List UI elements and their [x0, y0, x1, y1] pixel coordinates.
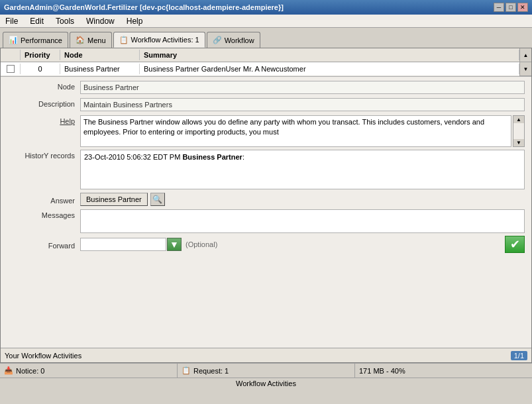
row-priority: 0: [21, 64, 60, 74]
notice-text: Notice: 0: [16, 367, 44, 375]
tab-menu-label: Menu: [87, 36, 106, 44]
history-date: 23-Oct-2010 5:06:32 EDT PM: [84, 153, 180, 161]
tab-performance-label: Performance: [21, 36, 62, 44]
bottom-label: Workflow Activities: [0, 378, 532, 391]
history-label: HistorY records: [7, 150, 80, 160]
help-scroll-up[interactable]: ▲: [513, 116, 524, 123]
table-scrollbar: ▲ ▼: [519, 48, 531, 76]
performance-icon: 📊: [9, 36, 18, 44]
tab-workflow-activities[interactable]: 📋 Workflow Activities: 1: [113, 32, 205, 48]
messages-label: Messages: [7, 209, 80, 219]
window-controls: ─ □ ✕: [494, 3, 528, 12]
history-node: Business Partner: [182, 153, 242, 161]
status-request: 📋 Request: 1: [178, 364, 355, 378]
status-notice: 📥 Notice: 0: [0, 364, 178, 378]
tab-performance[interactable]: 📊 Performance: [3, 32, 68, 48]
confirm-button[interactable]: ✔: [505, 236, 525, 253]
messages-area[interactable]: [80, 209, 525, 233]
window-title: GardenAdmin@GardenWorld.Fertilizer [dev-…: [4, 3, 284, 11]
title-bar: GardenAdmin@GardenWorld.Fertilizer [dev-…: [0, 0, 532, 15]
help-area: The Business Partner window allows you d…: [80, 115, 511, 147]
workflow-status-text: Your Workflow Activities: [5, 352, 81, 360]
status-memory: 171 MB - 40%: [355, 364, 532, 378]
answer-row: Answer Business Partner 🔍: [7, 192, 525, 207]
tab-workflow[interactable]: 🔗 Workflow: [207, 32, 260, 48]
row-node: Business Partner: [60, 64, 140, 74]
minimize-button[interactable]: ─: [494, 3, 504, 12]
history-row: HistorY records 23-Oct-2010 5:06:32 EDT …: [7, 150, 525, 189]
maximize-button[interactable]: □: [505, 3, 516, 12]
th-node: Node: [60, 50, 140, 60]
row-summary: Business Partner GardenUser Mr. A Newcus…: [140, 64, 519, 74]
menu-bar: File Edit Tools Window Help: [0, 15, 532, 28]
history-area: 23-Oct-2010 5:06:32 EDT PM Business Part…: [80, 150, 525, 189]
menu-tools[interactable]: Tools: [53, 16, 77, 26]
row-checkbox-cell: [1, 64, 21, 74]
bottom-status-bar: 📥 Notice: 0 📋 Request: 1 171 MB - 40%: [0, 363, 532, 378]
node-row: Node: [7, 81, 525, 95]
close-button[interactable]: ✕: [517, 3, 528, 12]
page-indicator: 1/1: [511, 351, 527, 360]
magnify-button[interactable]: 🔍: [150, 193, 165, 206]
optional-label: (Optional): [186, 240, 217, 248]
workflow-activities-icon: 📋: [119, 36, 129, 44]
menu-window[interactable]: Window: [83, 16, 117, 26]
messages-row: Messages: [7, 209, 525, 233]
notice-icon: 📥: [4, 366, 13, 375]
help-label: Help: [7, 115, 80, 125]
help-scroll-down[interactable]: ▼: [513, 139, 524, 146]
menu-help[interactable]: Help: [124, 16, 146, 26]
workflow-status-bar: Your Workflow Activities 1/1: [1, 348, 531, 362]
forward-dropdown-button[interactable]: ▼: [167, 238, 182, 251]
menu-file[interactable]: File: [3, 16, 21, 26]
th-check: [1, 50, 21, 60]
row-checkbox[interactable]: [7, 65, 15, 73]
form-section: Node Description Help The Business Partn…: [1, 77, 531, 348]
answer-button[interactable]: Business Partner: [80, 193, 148, 206]
description-input[interactable]: [80, 98, 525, 111]
help-scrollbar: ▲ ▼: [513, 115, 525, 147]
menu-icon: 🏠: [76, 36, 85, 44]
request-icon: 📋: [182, 366, 191, 375]
request-text: Request: 1: [193, 367, 229, 375]
node-label: Node: [7, 81, 80, 91]
tab-menu[interactable]: 🏠 Menu: [70, 32, 112, 48]
table-row[interactable]: 0 Business Partner Business Partner Gard…: [1, 62, 519, 76]
forward-label: Forward: [7, 240, 80, 250]
table-section: Priority Node Summary 0 Business Partner…: [1, 48, 531, 77]
description-row: Description: [7, 98, 525, 113]
answer-label: Answer: [7, 195, 80, 205]
th-summary: Summary: [140, 50, 519, 60]
main-content: Priority Node Summary 0 Business Partner…: [0, 48, 532, 363]
menu-edit[interactable]: Edit: [27, 16, 46, 26]
tab-bar: 📊 Performance 🏠 Menu 📋 Workflow Activiti…: [0, 28, 532, 48]
forward-row: Forward ▼ (Optional) ✔: [7, 236, 525, 253]
tab-workflow-label: Workflow: [225, 36, 254, 44]
tab-workflow-activities-label: Workflow Activities: 1: [131, 36, 199, 44]
node-input[interactable]: [80, 81, 525, 94]
help-row: Help The Business Partner window allows …: [7, 115, 525, 147]
th-priority: Priority: [21, 50, 60, 60]
forward-input[interactable]: [80, 238, 166, 251]
table-header: Priority Node Summary: [1, 48, 519, 62]
table-scroll-down[interactable]: ▼: [520, 62, 531, 76]
workflow-icon: 🔗: [213, 36, 222, 44]
history-colon: :: [242, 153, 244, 161]
memory-text: 171 MB - 40%: [359, 367, 405, 375]
table-scroll-up[interactable]: ▲: [520, 48, 531, 62]
description-label: Description: [7, 98, 80, 108]
